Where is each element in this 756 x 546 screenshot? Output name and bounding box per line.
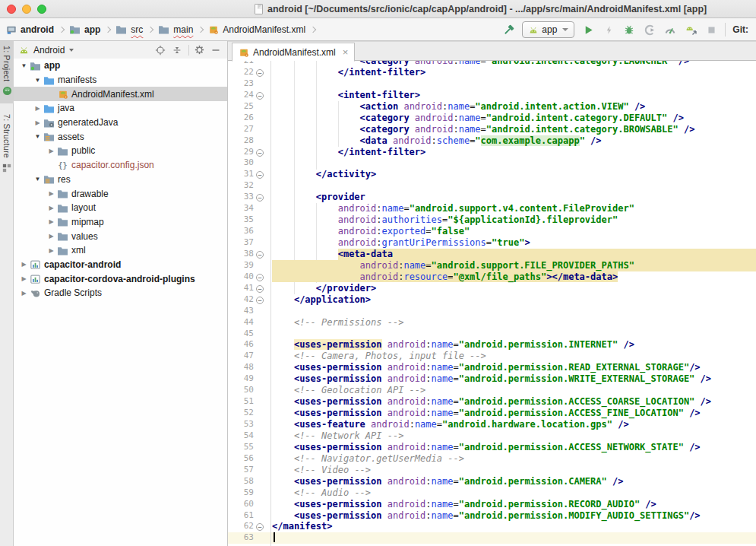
attach-debugger-icon[interactable] xyxy=(684,23,697,37)
code-text: <uses-feature android:name="android.hard… xyxy=(272,419,629,430)
tree-right-arrow-icon[interactable]: ▶ xyxy=(46,205,56,211)
tree-item-capacitor-android[interactable]: ▶capacitor-android xyxy=(14,258,227,272)
tree-item-generatedjava[interactable]: ▶generatedJava xyxy=(14,116,227,130)
code-line-38: 38− <meta-data xyxy=(228,249,756,260)
apply-changes-icon[interactable] xyxy=(602,23,615,37)
breadcrumb-item-src[interactable]: src xyxy=(115,24,143,35)
tree-item-manifests[interactable]: ▼manifests xyxy=(14,73,227,87)
gear-icon[interactable] xyxy=(192,43,206,57)
tree-down-arrow-icon[interactable]: ▼ xyxy=(33,77,43,84)
code-line-30: 30 xyxy=(228,157,756,169)
hide-panel-icon[interactable] xyxy=(209,43,223,57)
run-icon[interactable] xyxy=(581,23,595,37)
code-line-52: 52 <uses-permission android:name="androi… xyxy=(228,408,756,419)
fold-gutter: − xyxy=(254,249,266,259)
tree-right-arrow-icon[interactable]: ▶ xyxy=(46,247,56,254)
tree-item-capacitor-cordova-android-plugins[interactable]: ▶capacitor-cordova-android-plugins xyxy=(14,271,227,286)
android-head-icon xyxy=(18,46,30,54)
code-text: android:resource="@xml/file_paths"></met… xyxy=(272,271,618,282)
close-tab-icon[interactable]: × xyxy=(343,49,349,56)
collapse-all-icon[interactable] xyxy=(170,43,184,57)
build-hammer-icon[interactable] xyxy=(501,23,515,37)
tree-right-arrow-icon[interactable]: ▶ xyxy=(46,218,56,225)
chevron-down-icon xyxy=(562,28,568,31)
code-editor[interactable]: 21 <category android:name="android.inten… xyxy=(228,61,756,546)
tree-right-arrow-icon[interactable]: ▶ xyxy=(19,261,29,268)
tree-down-arrow-icon[interactable]: ▼ xyxy=(19,62,29,69)
tree-right-arrow-icon[interactable]: ▶ xyxy=(19,275,29,282)
fold-marker-icon[interactable]: − xyxy=(256,251,264,259)
locate-file-icon[interactable] xyxy=(153,43,167,57)
fold-marker-icon[interactable]: − xyxy=(256,297,264,304)
tree-right-arrow-icon[interactable]: ▶ xyxy=(46,148,56,154)
tree-item-capacitor-config-json[interactable]: {}capacitor.config.json xyxy=(14,158,227,173)
line-number: 43 xyxy=(228,306,254,316)
fold-gutter: − xyxy=(254,294,266,305)
tree-right-arrow-icon[interactable]: ▶ xyxy=(19,290,29,297)
tree-right-arrow-icon[interactable]: ▶ xyxy=(33,105,43,112)
project-tree[interactable]: ▼app▼manifestsAndroidManifest.xml▶java▶g… xyxy=(14,59,227,546)
breadcrumb-item-android[interactable]: android xyxy=(6,24,54,35)
tree-down-arrow-icon[interactable]: ▼ xyxy=(33,176,43,183)
profiler-icon[interactable] xyxy=(663,23,677,37)
code-text: <action android:name="android.intent.act… xyxy=(272,101,645,112)
close-window-button[interactable] xyxy=(7,5,16,14)
code-line-40: 40− android:resource="@xml/file_paths"><… xyxy=(228,271,756,283)
stop-icon[interactable] xyxy=(704,23,718,37)
breadcrumb-item-app[interactable]: app xyxy=(69,24,100,35)
tree-item-assets[interactable]: ▼assets xyxy=(14,129,227,144)
tree-right-arrow-icon[interactable]: ▶ xyxy=(46,190,56,197)
tree-item-gradle-scripts[interactable]: ▶Gradle Scripts xyxy=(14,286,227,300)
tree-down-arrow-icon[interactable]: ▼ xyxy=(33,133,43,140)
breadcrumb-item-androidmanifest-xml[interactable]: AndroidManifest.xml xyxy=(208,24,305,35)
code-text: android:exported="false" xyxy=(272,226,470,236)
folder-app-icon xyxy=(29,61,42,71)
project-view-selector[interactable]: Android xyxy=(33,45,65,56)
android-head-icon xyxy=(528,27,539,33)
tree-item-drawable[interactable]: ▶drawable xyxy=(14,186,227,201)
code-text: <!-- Permissions --> xyxy=(272,317,403,328)
fold-gutter: − xyxy=(254,283,266,294)
tree-item-layout[interactable]: ▶layout xyxy=(14,201,227,215)
tree-item-label: manifests xyxy=(58,75,96,85)
breadcrumb: androidappsrcmainAndroidManifest.xml xyxy=(0,24,318,35)
fold-marker-icon[interactable]: − xyxy=(256,194,264,202)
code-text: <uses-permission android:name="android.p… xyxy=(272,408,701,418)
fold-marker-icon[interactable]: − xyxy=(256,92,264,100)
tab-androidmanifest[interactable]: AndroidManifest.xml × xyxy=(232,43,355,62)
zoom-window-button[interactable] xyxy=(37,5,46,14)
fold-marker-icon[interactable]: − xyxy=(256,69,264,77)
code-line-25: 25 <action android:name="android.intent.… xyxy=(228,101,756,113)
folder-res-icon xyxy=(43,174,55,184)
tree-item-app[interactable]: ▼app xyxy=(14,59,227,73)
tool-stripe-1-project[interactable]: 1: Project xyxy=(0,41,14,103)
code-line-55: 55 <uses-permission android:name="androi… xyxy=(228,442,756,453)
tree-item-public[interactable]: ▶public xyxy=(14,144,227,158)
code-line-33: 33− <provider xyxy=(228,192,756,203)
tool-stripe-7-structure[interactable]: 7: Structure xyxy=(0,110,14,180)
tree-item-mipmap[interactable]: ▶mipmap xyxy=(14,215,227,230)
code-line-58: 58 <uses-permission android:name="androi… xyxy=(228,476,756,487)
fold-marker-icon[interactable]: − xyxy=(256,149,264,157)
debug-icon[interactable] xyxy=(622,23,636,37)
tree-item-res[interactable]: ▼res xyxy=(14,173,227,187)
tree-right-arrow-icon[interactable]: ▶ xyxy=(46,233,56,240)
tree-item-values[interactable]: ▶values xyxy=(14,229,227,243)
fold-marker-icon[interactable]: − xyxy=(256,285,264,293)
line-number: 30 xyxy=(228,157,254,167)
code-line-46: 46 <uses-permission android:name="androi… xyxy=(228,339,756,351)
tree-right-arrow-icon[interactable]: ▶ xyxy=(33,119,43,126)
run-configuration-select[interactable]: app xyxy=(522,21,574,38)
run-with-coverage-icon[interactable] xyxy=(643,23,656,37)
minimize-window-button[interactable] xyxy=(22,5,31,14)
tree-item-java[interactable]: ▶java xyxy=(14,101,227,116)
fold-marker-icon[interactable]: − xyxy=(256,171,264,179)
tree-item-xml[interactable]: ▶xml xyxy=(14,243,227,258)
tree-item-label: app xyxy=(44,60,60,71)
tree-item-label: values xyxy=(71,231,98,242)
tree-item-androidmanifest-xml[interactable]: AndroidManifest.xml xyxy=(14,87,227,101)
fold-marker-icon[interactable]: − xyxy=(256,274,264,281)
line-number: 26 xyxy=(228,113,254,122)
breadcrumb-item-main[interactable]: main xyxy=(158,24,193,35)
fold-marker-icon[interactable]: − xyxy=(256,523,264,531)
